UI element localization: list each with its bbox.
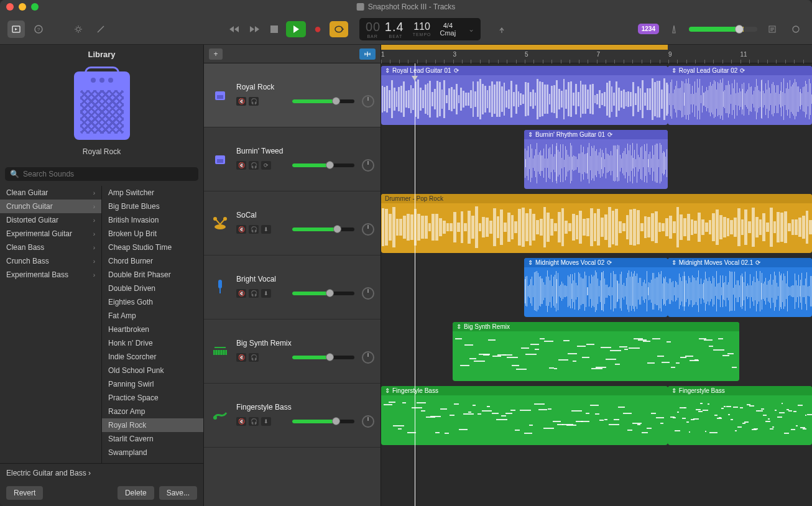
track-mute-button[interactable]: 🔇 xyxy=(236,225,246,234)
track-pan-knob[interactable] xyxy=(362,287,374,300)
notepad-icon[interactable] xyxy=(764,21,781,38)
region[interactable]: ⇕ Burnin' Rhythm Guitar 01 ⟳ xyxy=(524,130,668,189)
delete-button[interactable]: Delete xyxy=(118,486,154,500)
lcd-display[interactable]: 00 1.4 BAR BEAT 110 TEMPO 4/4 Cmaj ⌄ xyxy=(359,18,481,40)
track-mute-button[interactable]: 🔇 xyxy=(236,97,246,106)
library-preset-item[interactable]: Broken Up Brit xyxy=(102,227,203,241)
track-mute-button[interactable]: 🔇 xyxy=(236,161,246,170)
region[interactable]: ⇕ Royal Lead Guitar 02 ⟳ xyxy=(668,66,812,125)
library-preset-item[interactable]: Heartbroken xyxy=(102,323,203,336)
resize-handle-icon[interactable]: ⇕ xyxy=(456,323,461,330)
track-header[interactable]: Royal Rock 🔇🎧 xyxy=(204,63,381,127)
record-button[interactable]: ● xyxy=(310,21,326,37)
region[interactable]: Drummer - Pop Rock xyxy=(381,194,812,253)
library-preset-item[interactable]: Razor Amp xyxy=(102,405,203,418)
track-fx-button[interactable]: ⬇ xyxy=(261,225,271,234)
track-solo-button[interactable]: 🎧 xyxy=(249,161,259,170)
library-preset-item[interactable]: Starlit Cavern xyxy=(102,432,203,446)
library-preset-item[interactable]: Old School Punk xyxy=(102,364,203,377)
tuner-icon[interactable] xyxy=(493,21,510,38)
library-preset-item[interactable]: Practice Space xyxy=(102,391,203,405)
loop-browser-icon[interactable] xyxy=(787,21,805,38)
play-button[interactable] xyxy=(286,21,306,37)
rewind-button[interactable] xyxy=(226,21,242,37)
track-pan-knob[interactable] xyxy=(362,159,374,172)
library-preset-item[interactable]: Double Brit Phaser xyxy=(102,268,203,282)
library-category-item[interactable]: Experimental Guitar› xyxy=(0,227,101,241)
track-pan-knob[interactable] xyxy=(362,415,374,428)
library-breadcrumb[interactable]: Electric Guitar and Bass › xyxy=(0,464,203,482)
master-track-button[interactable] xyxy=(359,48,376,60)
library-preset-item[interactable]: Fat Amp xyxy=(102,309,203,323)
library-preset-item[interactable]: Chord Burner xyxy=(102,254,203,268)
track-volume-slider[interactable] xyxy=(292,228,354,231)
help-button[interactable]: ? xyxy=(30,21,47,38)
master-volume[interactable] xyxy=(689,27,757,32)
library-preset-item[interactable]: Panning Swirl xyxy=(102,377,203,391)
search-input[interactable] xyxy=(23,170,193,178)
track-volume-slider[interactable] xyxy=(292,292,354,295)
edit-tool[interactable] xyxy=(92,21,109,38)
library-preset-item[interactable]: Royal Rock xyxy=(102,418,203,432)
settings-icon[interactable] xyxy=(70,21,87,38)
resize-handle-icon[interactable]: ⇕ xyxy=(528,131,533,138)
track-volume-slider[interactable] xyxy=(292,420,354,423)
library-category-item[interactable]: Crunch Bass› xyxy=(0,254,101,268)
save-button[interactable]: Save... xyxy=(159,486,197,500)
track-header[interactable]: SoCal 🔇🎧⬇ xyxy=(204,191,381,255)
library-preset-item[interactable]: British Invasion xyxy=(102,213,203,227)
library-preset-item[interactable]: Cheap Studio Time xyxy=(102,241,203,254)
close-window[interactable] xyxy=(6,3,14,11)
track-volume-slider[interactable] xyxy=(292,356,354,359)
track-pan-knob[interactable] xyxy=(362,95,374,108)
stop-button[interactable] xyxy=(266,21,282,37)
library-toggle[interactable] xyxy=(7,21,25,38)
track-volume-slider[interactable] xyxy=(292,99,354,103)
track-header[interactable]: Fingerstyle Bass 🔇🎧⬇ xyxy=(204,384,381,448)
library-preset-item[interactable]: Big Brute Blues xyxy=(102,200,203,213)
library-preset-item[interactable]: Honk n' Drive xyxy=(102,336,203,350)
library-category-item[interactable]: Crunch Guitar› xyxy=(0,200,101,213)
cycle-button[interactable] xyxy=(330,21,348,37)
region[interactable]: ⇕ Big Synth Remix xyxy=(453,322,739,381)
timeline-ruler[interactable]: 135791113 xyxy=(381,45,812,63)
count-in-button[interactable]: 1234 xyxy=(638,24,659,34)
track-mute-button[interactable]: 🔇 xyxy=(236,417,246,426)
track-mute-button[interactable]: 🔇 xyxy=(236,289,246,298)
library-preset-item[interactable]: Swampland xyxy=(102,446,203,459)
track-volume-slider[interactable] xyxy=(292,163,354,167)
metronome-icon[interactable] xyxy=(665,21,683,38)
add-track-button[interactable]: + xyxy=(209,48,223,60)
track-mute-button[interactable]: 🔇 xyxy=(236,353,246,362)
resize-handle-icon[interactable]: ⇕ xyxy=(671,387,676,394)
maximize-window[interactable] xyxy=(31,3,39,11)
track-header[interactable]: Bright Vocal 🔇🎧⬇ xyxy=(204,255,381,320)
track-solo-button[interactable]: 🎧 xyxy=(249,225,259,234)
library-search[interactable]: 🔍 xyxy=(5,167,198,181)
forward-button[interactable] xyxy=(246,21,262,37)
track-solo-button[interactable]: 🎧 xyxy=(249,353,259,362)
library-preset-item[interactable]: Double Driven xyxy=(102,282,203,295)
track-pan-knob[interactable] xyxy=(362,351,374,364)
region[interactable]: ⇕ Midnight Moves Vocal 02.1 ⟳ xyxy=(668,258,812,317)
regions-area[interactable]: ⇕ Royal Lead Guitar 01 ⟳⇕ Royal Lead Gui… xyxy=(381,63,812,506)
library-category-item[interactable]: Distorted Guitar› xyxy=(0,213,101,227)
library-category-item[interactable]: Clean Bass› xyxy=(0,241,101,254)
track-solo-button[interactable]: 🎧 xyxy=(249,289,259,298)
track-pan-knob[interactable] xyxy=(362,223,374,236)
track-solo-button[interactable]: 🎧 xyxy=(249,97,259,106)
track-fx-button[interactable]: ⬇ xyxy=(261,417,271,426)
resize-handle-icon[interactable]: ⇕ xyxy=(671,259,676,266)
library-preset-item[interactable]: Amp Switcher xyxy=(102,186,203,200)
library-category-item[interactable]: Experimental Bass› xyxy=(0,268,101,282)
lcd-menu[interactable]: ⌄ xyxy=(464,25,474,34)
resize-handle-icon[interactable]: ⇕ xyxy=(671,67,676,74)
library-preset-item[interactable]: Eighties Goth xyxy=(102,295,203,309)
track-header[interactable]: Burnin' Tweed 🔇🎧⟳ xyxy=(204,127,381,191)
library-preset-item[interactable]: Indie Scorcher xyxy=(102,350,203,364)
track-loop-button[interactable]: ⟳ xyxy=(261,161,271,170)
region[interactable]: ⇕ Fingerstyle Bass xyxy=(668,386,812,445)
track-header[interactable]: Big Synth Remix 🔇🎧 xyxy=(204,320,381,384)
revert-button[interactable]: Revert xyxy=(6,486,43,500)
track-fx-button[interactable]: ⬇ xyxy=(261,289,271,298)
